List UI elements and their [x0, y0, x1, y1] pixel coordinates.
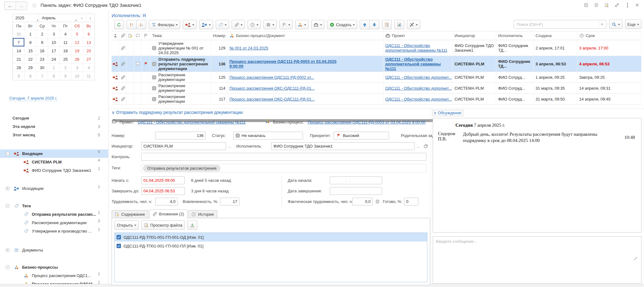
- involvement-field[interactable]: [220, 198, 239, 205]
- task-checkbox[interactable]: [152, 97, 156, 101]
- column-header[interactable]: [142, 31, 150, 40]
- search-clear-icon[interactable]: ×: [599, 21, 605, 27]
- calendar-today-cell[interactable]: 7: [13, 38, 24, 46]
- search-button[interactable]: [609, 20, 622, 29]
- table-row[interactable]: Рассмотрение документации125Процесс расс…: [112, 72, 642, 83]
- sidebar-item-process-1[interactable]: Процесс рассмотрения ОДС1...1: [0, 271, 108, 280]
- calendar-day-cell[interactable]: 9: [36, 38, 48, 46]
- chart-button[interactable]: [394, 20, 404, 29]
- discussion-header[interactable]: ∨Обсуждение: [433, 110, 463, 116]
- initiator-ellipsis-button[interactable]: ...: [228, 142, 231, 150]
- task-checkbox[interactable]: [152, 75, 156, 79]
- more-button[interactable]: Еще: [625, 20, 642, 29]
- column-header[interactable]: Проект: [383, 31, 453, 40]
- attachment-item[interactable]: ОДС111-РД-ТП01-001-ГП-002-ПЛ [Изм. 01]: [115, 242, 427, 250]
- message-input[interactable]: Введите сообщение...: [433, 236, 642, 284]
- attachment-checkbox[interactable]: [117, 235, 121, 239]
- quick-filter-2[interactable]: Этот месяц5: [0, 131, 108, 139]
- executor-field[interactable]: [271, 142, 415, 150]
- calendar-day-cell[interactable]: 4: [83, 63, 94, 72]
- actual-start-field[interactable]: [330, 176, 382, 184]
- calendar-day-cell[interactable]: 30: [36, 63, 48, 72]
- calendar-day-cell[interactable]: 28: [13, 63, 24, 72]
- link-icon[interactable]: [614, 3, 619, 7]
- column-header[interactable]: [134, 31, 142, 40]
- start-date-field[interactable]: [141, 176, 185, 184]
- tab-history[interactable]: История: [188, 210, 217, 218]
- calendar-day-cell[interactable]: 7: [36, 72, 48, 80]
- calendar-day-cell[interactable]: 11: [60, 38, 71, 46]
- number-field[interactable]: [155, 132, 206, 139]
- sidebar-item-documents[interactable]: +Документы: [0, 246, 108, 254]
- download-button[interactable]: [187, 220, 197, 230]
- sidebar-item-business-processes[interactable]: −Бизнес-процессы: [0, 263, 108, 271]
- status-field[interactable]: Не началась: [233, 132, 303, 139]
- collapse-icon[interactable]: −: [6, 265, 10, 269]
- tag-chip[interactable]: Отправка результатов рассмотрения: [143, 165, 220, 172]
- executor-filter-label[interactable]: Исполнитель: Я: [112, 13, 146, 18]
- column-header[interactable]: Исполнитель: [496, 31, 534, 40]
- process-link[interactable]: Процесс рассмотрения ОДС111-РД-0002 от..…: [229, 75, 314, 80]
- table-row[interactable]: Рассмотрение документации117Процесс расс…: [112, 94, 642, 105]
- favorite-star-icon[interactable]: ☆: [31, 2, 37, 9]
- calendar-day-cell[interactable]: 31: [13, 30, 24, 38]
- task-detail-title[interactable]: ∨ Отправить подрядчику результат рассмот…: [112, 110, 243, 115]
- sidebar-item-tags[interactable]: −Теги: [0, 202, 108, 210]
- column-header[interactable]: [119, 31, 127, 40]
- executor-ellipsis-button[interactable]: ...: [416, 142, 420, 150]
- move-down-button[interactable]: [370, 20, 379, 29]
- actual-finish-field[interactable]: [330, 187, 382, 195]
- tags-field[interactable]: Отправка результатов рассмотрения: [141, 164, 426, 172]
- project-link[interactable]: ОДС111 - Обустройство дополнит...: [385, 97, 452, 101]
- sidebar-item-incoming[interactable]: −Входящие5: [0, 149, 108, 158]
- calendar-day-cell[interactable]: 3: [71, 63, 83, 72]
- calendar-month-select[interactable]: Апрель: [39, 14, 77, 22]
- settings-button[interactable]: [407, 20, 420, 29]
- calendar-day-cell[interactable]: 12: [71, 38, 83, 46]
- outgoing-filter-button[interactable]: [199, 20, 213, 29]
- calendar-day-cell[interactable]: 6: [83, 30, 94, 38]
- calendar-day-cell[interactable]: 10: [71, 72, 83, 80]
- calendar-day-cell[interactable]: 29: [24, 63, 36, 72]
- status-filter-button[interactable]: [263, 20, 277, 29]
- ready-field[interactable]: [404, 198, 418, 205]
- today-date-link[interactable]: Сегодня, 7 апреля 2025 г.: [9, 96, 57, 101]
- sidebar-item-tag-otpravka[interactable]: Отправка результатов рассмо...1: [0, 210, 108, 219]
- calendar-day-cell[interactable]: 23: [36, 55, 48, 63]
- calendar-day-cell[interactable]: 18: [60, 46, 71, 55]
- effort-field[interactable]: [155, 198, 178, 205]
- table-row[interactable]: Отправить подрядчику результат рассмотре…: [112, 56, 642, 72]
- task-checkbox[interactable]: [152, 46, 156, 50]
- calendar-day-cell[interactable]: 17: [48, 46, 59, 55]
- process-link[interactable]: Процесс рассмотрения ОКС-ОДС111-РД-01...: [229, 97, 315, 101]
- calendar-day-cell[interactable]: 2: [60, 63, 71, 72]
- calendar-year-select[interactable]: 2025: [13, 14, 39, 22]
- calendar-day-cell[interactable]: 22: [24, 55, 36, 63]
- table-row[interactable]: Утверждение документации № 001 от 24.03.…: [112, 40, 642, 56]
- column-header[interactable]: [112, 31, 119, 40]
- tab-attachments[interactable]: Вложения (2): [149, 209, 187, 218]
- collapse-icon[interactable]: −: [6, 152, 10, 156]
- attachment-filter-button[interactable]: [232, 20, 245, 29]
- calendar-prev-button[interactable]: ‹: [78, 14, 86, 22]
- view-file-button[interactable]: Просмотр файла: [141, 220, 185, 230]
- sidebar-item-process-2[interactable]: Процесс рассмотрения ОДС11...1: [0, 280, 108, 284]
- deadline-filter-button[interactable]: [248, 20, 261, 29]
- report-button[interactable]: [382, 20, 392, 29]
- create-button[interactable]: Создать: [327, 20, 357, 29]
- calendar-day-cell[interactable]: 8: [24, 38, 36, 46]
- close-icon[interactable]: ×: [635, 2, 639, 8]
- expand-icon[interactable]: +: [6, 186, 10, 191]
- sort-asc-button[interactable]: [127, 20, 137, 29]
- sidebar-item-outgoing[interactable]: +Исходящие1: [0, 184, 108, 193]
- control-field[interactable]: [141, 153, 426, 161]
- incoming-filter-button[interactable]: [183, 20, 197, 29]
- project-link[interactable]: ОДС111 - Обустройство дополнительной скв…: [385, 57, 450, 71]
- project-filter-button[interactable]: [311, 20, 324, 29]
- attachment-item[interactable]: ОДС111-РД-ТП01-001-ГП-001-ОД [Изм. 01]: [115, 233, 427, 242]
- column-header[interactable]: Номер: [211, 31, 228, 40]
- project-link[interactable]: ОДС111 - Обустройство дополнит...: [385, 86, 452, 91]
- process-filter-button[interactable]: [295, 20, 309, 29]
- calendar-day-cell[interactable]: 8: [48, 72, 59, 80]
- calendar-day-cell[interactable]: 9: [60, 72, 71, 80]
